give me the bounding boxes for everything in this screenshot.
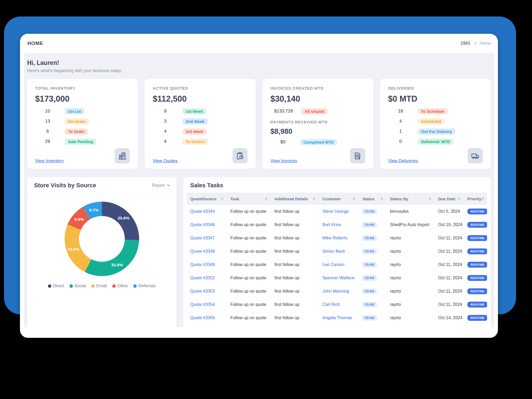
details-cell: first follow up: [271, 289, 319, 294]
svg-text:$: $: [358, 156, 360, 160]
chevron-down-icon: [167, 183, 170, 186]
details-cell: first follow up: [271, 315, 319, 320]
stat-cards-row: TOTAL INVENTORY$173,000 10 On Lot 13 On …: [27, 79, 491, 169]
sort-arrows-icon[interactable]: [221, 197, 223, 201]
priority-cell: ROUTINE: [464, 302, 487, 307]
donut-slice-social: [85, 240, 139, 276]
store-visits-title: Store Visits by Source: [34, 182, 96, 189]
quote-link[interactable]: Quote #3344: [187, 209, 227, 214]
column-header-additional-details[interactable]: Additional Details: [271, 197, 319, 201]
column-header-label: Status By: [390, 197, 408, 201]
customer-link[interactable]: John Manning: [319, 289, 359, 294]
quote-link[interactable]: Quote #3347: [187, 236, 227, 240]
status-badge-2nd-week: 2nd Week: [182, 118, 207, 124]
quote-link[interactable]: Quote #3353: [187, 289, 227, 294]
quote-link[interactable]: Quote #3349: [187, 262, 227, 267]
customer-link[interactable]: Burt Knox: [319, 222, 359, 227]
legend-label: Referrals: [138, 284, 156, 288]
column-header-status[interactable]: Status: [359, 197, 387, 201]
quote-link[interactable]: Quote #3354: [187, 302, 227, 307]
status-badge-to-order: To Order: [65, 128, 88, 135]
column-header-status-by[interactable]: Status By: [387, 197, 435, 201]
sort-arrows-icon[interactable]: [481, 197, 484, 201]
view-quotes-link[interactable]: View Quotes: [153, 158, 177, 163]
customer-link[interactable]: Carl Rich: [319, 302, 359, 307]
status-badge: TO DO: [362, 315, 377, 321]
customer-link[interactable]: Angela Thomas: [319, 315, 359, 320]
status-cell: TO DO: [359, 275, 387, 281]
due-cell: Oct 11, 2024: [435, 302, 464, 307]
details-cell: first follow up: [271, 236, 319, 240]
invoice-dollar-icon: $: [353, 152, 362, 160]
sort-arrows-icon[interactable]: [265, 197, 268, 201]
sort-arrows-icon[interactable]: [380, 197, 383, 201]
stat-card-deliveries: DELIVERIES$0 MTD 18 To Schedule 4 Schedu…: [380, 79, 491, 169]
due-cell: Oct 11, 2024: [435, 236, 464, 240]
stat-card-total-inventory: TOTAL INVENTORY$173,000 10 On Lot 13 On …: [27, 79, 138, 169]
priority-badge: ROUTINE: [467, 275, 487, 281]
view-deliveries-link[interactable]: View Deliveries: [388, 158, 418, 163]
column-header-label: Status: [362, 197, 375, 201]
legend-dot: [48, 284, 51, 288]
priority-badge: ROUTINE: [467, 235, 487, 241]
stat-row: 4 3rd Week: [153, 128, 247, 135]
donut-slice-label: 32.0%: [111, 263, 123, 267]
column-header-quote-invoice[interactable]: Quote/Invoice: [187, 197, 227, 201]
stat-count: 4: [392, 119, 409, 124]
page-content: Hi, Lauren! Here's what's happening with…: [24, 53, 494, 327]
quote-link[interactable]: Quote #3346: [187, 222, 227, 227]
sort-arrows-icon[interactable]: [313, 197, 315, 201]
column-header-task[interactable]: Task: [227, 197, 271, 201]
view-invoices-link[interactable]: View Invoices: [271, 158, 297, 163]
table-row: Quote #3349Follow up on quotefirst follo…: [187, 258, 487, 271]
quote-link[interactable]: Quote #3356: [187, 315, 227, 320]
details-cell: first follow up: [271, 209, 319, 214]
stat-card-footer: View Deliveries: [388, 148, 483, 163]
stat-row: $0 Completed MTD: [271, 138, 365, 146]
legend-item-other: Other: [112, 284, 128, 288]
column-header-label: Quote/Invoice: [190, 197, 217, 201]
report-dropdown[interactable]: Report: [152, 183, 169, 188]
column-header-customer[interactable]: Customer: [319, 197, 359, 201]
sort-arrows-icon[interactable]: [458, 197, 460, 201]
stat-card-footer: View Inventory: [35, 148, 130, 163]
customer-link[interactable]: Spencer Wallace: [319, 276, 359, 280]
customer-link[interactable]: Leo Carson: [319, 262, 359, 267]
sort-arrows-icon[interactable]: [429, 197, 431, 201]
quote-link[interactable]: Quote #3348: [187, 249, 227, 254]
table-row: Quote #3347Follow up on quotefirst follo…: [187, 231, 487, 245]
customer-link[interactable]: Simon Beck: [319, 249, 359, 254]
customer-link[interactable]: Mike Roberts: [319, 236, 359, 240]
breadcrumb-root-link[interactable]: DMS: [461, 41, 470, 46]
status-by-cell: rayrto: [387, 236, 435, 240]
stat-count: 6: [39, 129, 56, 134]
status-badge-on-lot: On Lot: [65, 108, 84, 114]
priority-cell: ROUTINE: [464, 209, 487, 214]
status-cell: TO DO: [359, 235, 387, 241]
customer-link[interactable]: Steve George: [319, 209, 359, 214]
status-by-cell: rayrto: [387, 289, 435, 294]
status-by-cell: rayrto: [387, 302, 435, 307]
status-cell: TO DO: [359, 315, 387, 321]
status-badge-sale-pending: Sale Pending: [65, 139, 96, 145]
status-cell: TO DO: [359, 302, 387, 307]
sort-arrows-icon[interactable]: [353, 197, 355, 201]
column-header-label: Priority: [467, 197, 481, 201]
task-cell: Follow up on quote: [227, 222, 271, 227]
column-header-priority[interactable]: Priority: [464, 197, 488, 201]
truck-icon-tile: [468, 148, 483, 163]
table-row: Quote #3352Follow up on quotefirst follo…: [187, 271, 487, 285]
due-cell: Oct 11, 2024: [435, 289, 464, 294]
chevron-right-icon: [473, 42, 476, 45]
stat-row: $133,728 All Unpaid: [271, 107, 365, 115]
quote-link[interactable]: Quote #3352: [187, 276, 227, 280]
app-window: HOME DMS Home Hi, Lauren! Here's what's …: [20, 34, 498, 338]
task-cell: Follow up on quote: [227, 302, 271, 307]
view-inventory-link[interactable]: View Inventory: [35, 158, 64, 163]
task-cell: Follow up on quote: [227, 262, 271, 267]
priority-cell: ROUTINE: [464, 275, 487, 281]
status-cell: TO DO: [359, 209, 387, 214]
stat-card-footer: View Invoices $: [271, 148, 365, 163]
status-badge: TO DO: [362, 275, 377, 281]
column-header-due-date[interactable]: Due Date: [435, 197, 464, 201]
